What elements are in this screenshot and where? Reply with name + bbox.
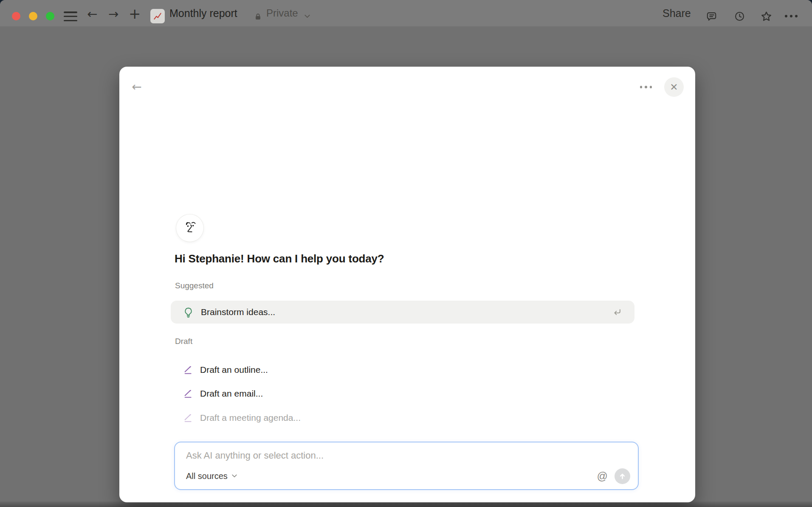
lightbulb-icon bbox=[183, 307, 194, 318]
draft-meeting-agenda-item[interactable]: Draft a meeting agenda... bbox=[171, 408, 634, 428]
dialog-more-options-icon[interactable] bbox=[637, 84, 654, 90]
draft-item-label: Draft an outline... bbox=[200, 365, 268, 375]
enter-key-hint bbox=[612, 307, 623, 318]
draft-email-item[interactable]: Draft an email... bbox=[171, 384, 634, 403]
suggestion-brainstorm[interactable]: Brainstorm ideas... bbox=[171, 301, 634, 324]
dot bbox=[640, 86, 643, 88]
arrow-up-icon bbox=[618, 472, 626, 480]
draft-item-label: Draft an email... bbox=[200, 389, 263, 399]
close-icon: ✕ bbox=[670, 82, 678, 93]
composer-toolbar: All sources @ bbox=[186, 468, 630, 484]
ai-dialog: ← ✕ Hi Stephanie! How can I help you tod… bbox=[119, 67, 695, 502]
notion-ai-avatar bbox=[176, 214, 203, 242]
suggestion-label: Brainstorm ideas... bbox=[201, 307, 275, 317]
pencil-icon bbox=[183, 389, 193, 399]
return-key-icon bbox=[612, 307, 623, 318]
app-window: ← → + Monthly report Private Share bbox=[0, 0, 812, 507]
section-label-draft: Draft bbox=[175, 337, 192, 346]
composer-actions: @ bbox=[597, 468, 630, 484]
dot bbox=[650, 86, 652, 88]
draft-outline-item[interactable]: Draft an outline... bbox=[171, 360, 634, 380]
send-button[interactable] bbox=[615, 468, 630, 484]
mention-button[interactable]: @ bbox=[597, 470, 608, 482]
pencil-icon bbox=[183, 365, 193, 375]
ai-face-icon bbox=[180, 218, 200, 238]
draft-item-label: Draft a meeting agenda... bbox=[200, 413, 301, 423]
section-label-suggested: Suggested bbox=[175, 281, 214, 290]
dialog-back-button[interactable]: ← bbox=[128, 78, 146, 96]
dot bbox=[645, 86, 647, 88]
chevron-down-icon bbox=[232, 474, 237, 478]
ai-composer[interactable]: All sources @ bbox=[174, 442, 639, 490]
dialog-close-button[interactable]: ✕ bbox=[664, 77, 684, 97]
sources-label: All sources bbox=[186, 471, 228, 481]
ai-greeting: Hi Stephanie! How can I help you today? bbox=[175, 252, 384, 265]
sources-dropdown[interactable]: All sources bbox=[186, 471, 237, 481]
pencil-icon bbox=[183, 413, 193, 423]
ai-prompt-input[interactable] bbox=[186, 450, 594, 461]
